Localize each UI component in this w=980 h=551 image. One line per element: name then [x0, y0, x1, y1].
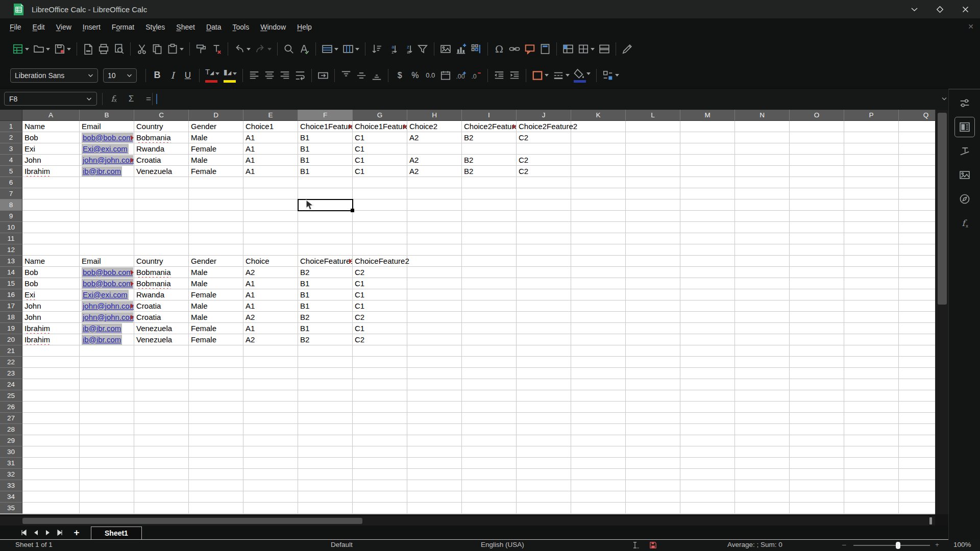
- cell-Q8[interactable]: [899, 199, 935, 211]
- cell-G15[interactable]: C1: [353, 278, 407, 289]
- insert-column-button[interactable]: [340, 41, 361, 57]
- dropdown-caret-icon[interactable]: [25, 48, 29, 51]
- cell-F23[interactable]: [298, 368, 353, 379]
- cell-G5[interactable]: C1: [353, 166, 407, 177]
- cell-B1[interactable]: Email: [80, 121, 134, 132]
- cell-I23[interactable]: [462, 368, 517, 379]
- cell-N1[interactable]: [735, 121, 790, 132]
- cell-A20[interactable]: Ibrahim: [22, 334, 80, 345]
- cell-M31[interactable]: [680, 458, 735, 469]
- font-name-combobox[interactable]: Liberation Sans: [10, 68, 98, 83]
- cell-N11[interactable]: [735, 233, 790, 244]
- cell-A27[interactable]: [22, 413, 80, 424]
- cell-A25[interactable]: [22, 390, 80, 402]
- cell-E21[interactable]: [243, 345, 298, 357]
- cell-A10[interactable]: [22, 222, 80, 233]
- cell-Q5[interactable]: [899, 166, 935, 177]
- cell-M17[interactable]: [680, 300, 735, 312]
- column-header-M[interactable]: M: [680, 110, 735, 121]
- cell-P13[interactable]: [844, 256, 899, 267]
- cell-J27[interactable]: [517, 413, 571, 424]
- cell-H5[interactable]: A2: [407, 166, 462, 177]
- cell-O30[interactable]: [790, 446, 844, 458]
- cell-F28[interactable]: [298, 424, 353, 435]
- cell-J16[interactable]: [517, 289, 571, 300]
- cell-O24[interactable]: [790, 379, 844, 390]
- cell-O18[interactable]: [790, 312, 844, 323]
- cell-D22[interactable]: [189, 357, 243, 368]
- cell-D28[interactable]: [189, 424, 243, 435]
- cell-C1[interactable]: Country: [134, 121, 189, 132]
- cell-A8[interactable]: [22, 199, 80, 211]
- menu-edit[interactable]: Edit: [27, 20, 51, 34]
- clear-formatting-button[interactable]: [209, 41, 224, 57]
- cell-G27[interactable]: [353, 413, 407, 424]
- column-header-J[interactable]: J: [517, 110, 571, 121]
- cell-F10[interactable]: [298, 222, 353, 233]
- row-header-18[interactable]: 18: [0, 312, 22, 323]
- cell-L33[interactable]: [626, 480, 680, 491]
- cell-B33[interactable]: [80, 480, 134, 491]
- menu-file[interactable]: File: [4, 20, 27, 34]
- print-button[interactable]: [96, 41, 111, 57]
- cell-H18[interactable]: [407, 312, 462, 323]
- cell-J3[interactable]: [517, 143, 571, 155]
- cell-H26[interactable]: [407, 402, 462, 413]
- cell-N6[interactable]: [735, 177, 790, 188]
- cell-J35[interactable]: [517, 503, 571, 514]
- cell-B25[interactable]: [80, 390, 134, 402]
- cell-P2[interactable]: [844, 132, 899, 143]
- cell-A23[interactable]: [22, 368, 80, 379]
- cell-B17[interactable]: john@john.com: [80, 300, 134, 312]
- cell-A12[interactable]: [22, 244, 80, 256]
- cell-D2[interactable]: Male: [189, 132, 243, 143]
- zoom-out-button[interactable]: –: [842, 541, 846, 548]
- row-header-24[interactable]: 24: [0, 379, 22, 390]
- cell-N26[interactable]: [735, 402, 790, 413]
- cell-A24[interactable]: [22, 379, 80, 390]
- cell-K33[interactable]: [571, 480, 626, 491]
- cell-E22[interactable]: [243, 357, 298, 368]
- insert-pivot-table-button[interactable]: [469, 41, 484, 57]
- cell-B29[interactable]: [80, 435, 134, 446]
- cell-D34[interactable]: [189, 491, 243, 503]
- cell-L34[interactable]: [626, 491, 680, 503]
- row-header-19[interactable]: 19: [0, 323, 22, 334]
- previous-sheet-button[interactable]: [30, 527, 42, 539]
- cell-C12[interactable]: [134, 244, 189, 256]
- cell-M22[interactable]: [680, 357, 735, 368]
- cell-H8[interactable]: [407, 199, 462, 211]
- cell-O21[interactable]: [790, 345, 844, 357]
- cell-I13[interactable]: [462, 256, 517, 267]
- cell-L16[interactable]: [626, 289, 680, 300]
- cell-B28[interactable]: [80, 424, 134, 435]
- menu-sheet[interactable]: Sheet: [170, 20, 201, 34]
- cell-M25[interactable]: [680, 390, 735, 402]
- cell-F12[interactable]: [298, 244, 353, 256]
- cell-K32[interactable]: [571, 469, 626, 480]
- cell-K7[interactable]: [571, 188, 626, 199]
- cell-L35[interactable]: [626, 503, 680, 514]
- column-header-P[interactable]: P: [844, 110, 899, 121]
- cell-F11[interactable]: [298, 233, 353, 244]
- cell-M24[interactable]: [680, 379, 735, 390]
- cell-N25[interactable]: [735, 390, 790, 402]
- cell-B18[interactable]: john@john.com: [80, 312, 134, 323]
- cell-H21[interactable]: [407, 345, 462, 357]
- cell-L11[interactable]: [626, 233, 680, 244]
- cell-N17[interactable]: [735, 300, 790, 312]
- zoom-percent[interactable]: 100%: [953, 541, 971, 548]
- cell-P18[interactable]: [844, 312, 899, 323]
- cell-E18[interactable]: A2: [243, 312, 298, 323]
- menu-tools[interactable]: Tools: [227, 20, 255, 34]
- center-vertically-button[interactable]: [354, 67, 369, 84]
- horizontal-scrollbar[interactable]: [0, 516, 935, 525]
- cell-P3[interactable]: [844, 143, 899, 155]
- cell-D1[interactable]: Gender: [189, 121, 243, 132]
- cell-E5[interactable]: A1: [243, 166, 298, 177]
- cell-N28[interactable]: [735, 424, 790, 435]
- cell-F16[interactable]: B1: [298, 289, 353, 300]
- cell-Q14[interactable]: [899, 267, 935, 278]
- cell-D21[interactable]: [189, 345, 243, 357]
- cell-N29[interactable]: [735, 435, 790, 446]
